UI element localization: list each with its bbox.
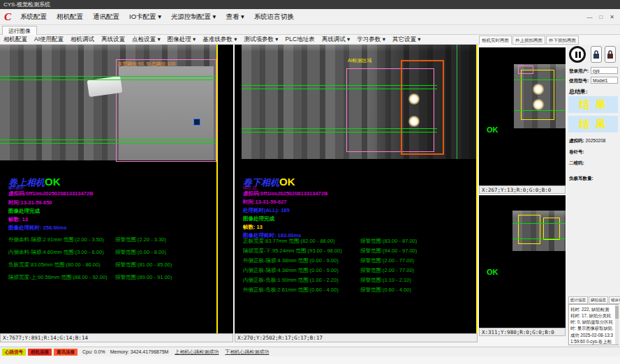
led-glow <box>408 116 420 127</box>
status-bar: 心跳信号 相机连接 通讯连接 Cpu: 0.0% Memory: 3424.41… <box>0 347 620 356</box>
bottom-snapshot-panel[interactable]: OK <box>479 195 566 328</box>
tool-camera-config[interactable]: 相机配置 <box>0 36 31 44</box>
menu-item-view[interactable]: 查看 ▾ <box>221 13 249 22</box>
right-sidebar: 登录用户: cys 使用型号: Model1 总结果: 结 果 结 果 虚拟码:… <box>567 45 620 347</box>
login-user-field[interactable]: cys <box>591 67 618 74</box>
roi-box-pink <box>518 66 533 74</box>
measurement-alarm: 报警范围:(1.10 - 2.10) <box>360 277 411 284</box>
virtual-code-row: 虚拟码: 20250208 <box>569 138 605 144</box>
cpu-usage: Cpu: 0.0% <box>82 349 105 354</box>
login-user-label: 登录用户: <box>569 68 589 75</box>
tool-learning-params[interactable]: 学习参数 ▾ <box>353 36 389 44</box>
measurement-row: 内侧余料-隔膜:4.60mm 范围:(3.00 - 6.00) <box>8 249 104 256</box>
baseline-line <box>242 89 437 89</box>
tool-test-item-params[interactable]: 测试项参数 ▾ <box>240 36 281 44</box>
tab-strip <box>0 25 620 35</box>
top-camera-time: 时间:13-31-59-650 <box>8 199 52 206</box>
toolbar: 相机配置 AI使用配置 相机调试 离线设置 点检设置 ▾ 图像处理 ▾ 基准线参… <box>0 35 479 45</box>
log-tab-strip: 统计信息 缺陷信息 错误信息 <box>568 296 620 304</box>
window-title: CYS-视觉检测系统 <box>3 1 50 8</box>
baseline-line <box>242 128 437 129</box>
measurement-alarm: 报警范围:(2.20 - 3.30) <box>115 236 166 243</box>
top-camera-coord-bar: X:7677;Y:891;R:14;G:14;B:14 <box>0 333 233 342</box>
measurement-alarm: 报警范围:(83.00 - 87.00) <box>360 238 417 245</box>
measurement-row: 正极宽度:83.77mm 范围:(82.00 - 88.00) <box>243 238 335 245</box>
menu-item-light-config[interactable]: 光源控制配置 ▾ <box>166 13 221 22</box>
top-camera-code: 虚拟码:0ff1iim2025020813313472B <box>8 190 93 197</box>
top-snapshot-coord-bar: X:267;Y:13;R:0;G:0;B:0 <box>479 185 566 194</box>
heartbeat-status-badge: 心跳信号 <box>2 349 26 356</box>
tool-baseline-params[interactable]: 基准线参数 ▾ <box>199 36 240 44</box>
led-glow <box>532 99 545 110</box>
scrollbar-thumb[interactable] <box>615 306 619 319</box>
roi-box-pink <box>116 59 216 162</box>
measurement-row: 内侧正极-隔膜:4.38mm 范围:(0.00 - 9.00) <box>243 267 339 274</box>
top-camera-image-panel[interactable]: 灰度阈值:93, 动态阈值:100 卷上相机OK 输出路径: 虚拟码:0ff1i… <box>0 45 233 333</box>
virtual-code-label: 虚拟码: <box>569 138 584 143</box>
measurement-alarm: 报警范围:(2.00 - 77.00) <box>360 267 414 274</box>
log-output[interactable]: 耗时: 222, 缺陷检测耗时: 17, 缺陷分类耗时: 0, 缺陷提取分区耗时… <box>568 304 619 345</box>
result-badge-bottom: 结 果 <box>568 116 618 132</box>
tool-camera-debug[interactable]: 相机调试 <box>67 36 98 44</box>
bottom-camera-frames: 帧数: 13 <box>243 224 263 231</box>
tab-live-view[interactable]: 相机实时画面 <box>479 36 512 45</box>
measurement-alarm: 报警范围:(2.00 - 77.00) <box>360 257 414 264</box>
menu-item-comm-config[interactable]: 通讯配置 <box>88 13 124 22</box>
tab-error-info[interactable]: 错误信息 <box>609 296 620 304</box>
bottom-camera-image-panel[interactable]: AI检测区域 卷下相机OK NG汇总: 虚拟码:0ff1iim202502081… <box>235 45 478 333</box>
camera-lock-button-1[interactable] <box>591 46 602 63</box>
bottom-camera-time: 时间:13-31-59-627 <box>243 199 287 206</box>
maximize-icon[interactable]: □ <box>599 14 603 20</box>
memory-usage: Memory: 3424.41796875M <box>110 349 169 354</box>
baseline-line <box>514 79 566 80</box>
measurement-row: 外侧余料-隔膜:2.91mm 范围:(2.00 - 3.50) <box>8 236 104 243</box>
top-camera-subtitle: 输出路径: <box>8 185 25 190</box>
measurement-alarm: 报警范围:(0.00 - 8.00) <box>115 249 166 256</box>
baseline-line <box>514 110 566 111</box>
baseline-line <box>242 132 437 132</box>
ai-roi-box-orange <box>401 60 444 155</box>
baseline-line <box>0 143 216 144</box>
tool-offline-settings[interactable]: 离线设置 <box>98 36 128 44</box>
tool-image-processing[interactable]: 图像处理 ▾ <box>164 36 200 44</box>
measurement-row: 负极宽度:83.05mm 范围:(80.00 - 86.00) <box>8 261 101 268</box>
pause-icon <box>575 52 581 58</box>
led-glow <box>532 84 545 95</box>
camera-lock-button-2[interactable] <box>605 46 616 63</box>
top-camera-elapsed: 图像处理耗时: 258.00ms <box>8 225 66 232</box>
close-icon[interactable]: ✕ <box>610 14 614 20</box>
log-scrollbar[interactable] <box>615 305 619 344</box>
menu-item-system-config[interactable]: 系统配置 <box>15 13 52 22</box>
tool-spotcheck-settings[interactable]: 点检设置 ▾ <box>128 36 164 44</box>
model-field[interactable]: Model1 <box>591 77 618 84</box>
tool-ai-usage-config[interactable]: AI使用配置 <box>31 36 67 44</box>
measurement-alarm: 报警范围:(94.00 - 97.00) <box>360 248 417 255</box>
bottom-snapshot-result: OK <box>487 268 499 276</box>
tab-bottom-snapshot[interactable]: 外下抓拍画面 <box>546 36 579 45</box>
menu-item-io-config[interactable]: IO卡配置 ▾ <box>124 13 166 22</box>
roi-box-yellow <box>518 215 540 244</box>
top-camera-result: OK <box>45 176 61 188</box>
tab-defect-info[interactable]: 缺陷信息 <box>589 296 608 304</box>
tool-offline-debug[interactable]: 离线调试 ▾ <box>318 36 354 44</box>
baseline-line <box>0 139 216 140</box>
tab-top-snapshot[interactable]: 外上抓拍画面 <box>512 36 545 45</box>
reference-line-yellow <box>216 45 218 333</box>
tool-other-settings[interactable]: 其它设置 ▾ <box>389 36 425 44</box>
tab-statistics-info[interactable]: 统计信息 <box>568 296 588 304</box>
comm-connection-badge: 通讯连接 <box>54 349 78 356</box>
measurement-row: 外侧正极-隔膜:4.38mm 范围:(0.00 - 9.00) <box>243 257 339 264</box>
top-snapshot-panel[interactable]: OK <box>479 47 566 185</box>
pause-button[interactable] <box>569 46 586 63</box>
bottom-camera-heartbeat-message: 下相机心跳检测成功 <box>225 349 269 356</box>
roi-box-yellow <box>543 218 560 240</box>
model-label: 使用型号: <box>569 78 589 84</box>
tool-plc-address-table[interactable]: PLC地址表 <box>282 36 318 44</box>
measurement-alarm: 报警范围:(81.00 - 85.00) <box>115 261 172 268</box>
menu-item-language-switch[interactable]: 系统语言切换 <box>249 13 299 22</box>
minimize-icon[interactable]: — <box>586 14 592 20</box>
measurement-row: 隔膜宽度-下:95.24mm 范围:(93.00 - 98.00) <box>243 248 342 255</box>
menu-item-camera-config[interactable]: 相机配置 <box>52 13 88 22</box>
bottom-camera-coord-bar: X:270;Y:2502;R:17;G:17;B:17 <box>235 333 478 342</box>
bottom-camera-subtitle: NG汇总: <box>243 185 258 190</box>
